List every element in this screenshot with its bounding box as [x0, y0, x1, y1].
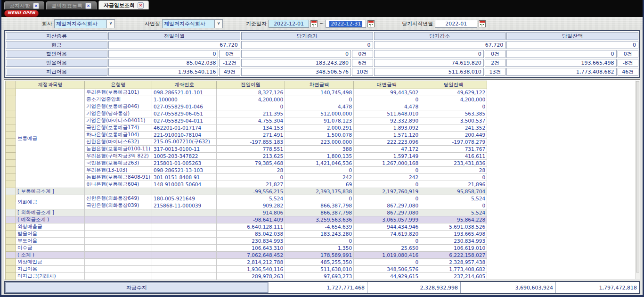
- prev-carryover-cell[interactable]: 211,395: [217, 110, 285, 117]
- date-from-input[interactable]: 2022-12-01: [269, 20, 309, 28]
- credit-amount-cell[interactable]: 1,571,120: [354, 132, 420, 139]
- prev-carryover-cell[interactable]: 28: [217, 167, 285, 174]
- debit-amount-cell[interactable]: 512,000,000: [285, 110, 354, 117]
- prev-carryover-cell[interactable]: -98,641,409: [217, 216, 285, 223]
- row-selector[interactable]: [6, 132, 16, 139]
- debit-amount-cell[interactable]: 388: [285, 146, 354, 153]
- debit-amount-cell[interactable]: 178,589,991: [285, 252, 354, 259]
- debit-amount-cell[interactable]: 0: [285, 96, 354, 103]
- account-number-cell[interactable]: 098-286521-13-103: [152, 167, 217, 174]
- row-selector[interactable]: [6, 96, 16, 103]
- credit-amount-cell[interactable]: 0: [354, 96, 420, 103]
- debit-amount-cell[interactable]: 485,255,350: [285, 259, 354, 266]
- row-selector[interactable]: [6, 103, 16, 110]
- prev-carryover-cell[interactable]: 271,491: [217, 132, 285, 139]
- credit-amount-cell[interactable]: 944,434,946: [354, 223, 420, 231]
- bank-name-cell[interactable]: 하나은행(보통예금604): [85, 181, 152, 188]
- account-number-cell[interactable]: [152, 266, 217, 273]
- credit-amount-cell[interactable]: 0: [354, 238, 420, 245]
- prev-carryover-cell[interactable]: 4,755,304: [217, 117, 285, 124]
- account-name-cell[interactable]: 외화예금: [16, 195, 85, 209]
- credit-amount-cell[interactable]: 4,478: [354, 103, 420, 110]
- debit-amount-cell[interactable]: 183,243,280: [285, 231, 354, 238]
- account-name-cell[interactable]: 외상매입금: [16, 259, 85, 266]
- account-name-cell[interactable]: [ 외화예금소계 ]: [16, 209, 85, 216]
- prev-carryover-cell[interactable]: 6,640,128,111: [217, 223, 285, 231]
- account-name-cell[interactable]: 보통예금: [16, 89, 85, 188]
- prev-carryover-cell[interactable]: 7,062,648,452: [217, 252, 285, 259]
- row-selector[interactable]: [6, 153, 16, 160]
- debit-amount-cell[interactable]: 223,000,000: [285, 139, 354, 146]
- credit-amount-cell[interactable]: 867,297,080: [354, 202, 420, 209]
- bank-name-cell[interactable]: [85, 259, 152, 266]
- prev-carryover-cell[interactable]: 289,978,263: [217, 273, 285, 280]
- row-selector[interactable]: [6, 181, 16, 188]
- bank-name-cell[interactable]: [85, 238, 152, 245]
- debit-amount-cell[interactable]: 242: [285, 174, 354, 181]
- row-selector[interactable]: [6, 252, 16, 259]
- debit-amount-cell[interactable]: 4,478: [285, 103, 354, 110]
- prev-carryover-cell[interactable]: -197,855,183: [217, 139, 285, 146]
- prev-carryover-cell[interactable]: 4,200,000: [217, 96, 285, 103]
- day-balance-cell[interactable]: 241,352: [420, 124, 487, 132]
- prev-carryover-cell[interactable]: 5,524: [217, 195, 285, 202]
- debit-amount-cell[interactable]: 1,800,135: [285, 153, 354, 160]
- prev-carryover-cell[interactable]: 134,153: [217, 124, 285, 132]
- row-selector[interactable]: [6, 259, 16, 266]
- debit-amount-cell[interactable]: 97,693,273: [285, 273, 354, 280]
- prev-carryover-cell[interactable]: 213,625: [217, 153, 285, 160]
- calendar-icon[interactable]: [479, 20, 486, 27]
- account-number-cell[interactable]: 180-005-921649: [152, 195, 217, 202]
- day-balance-cell[interactable]: 95,858,704: [420, 188, 487, 195]
- day-balance-cell[interactable]: 6,222,158,027: [420, 252, 487, 259]
- row-selector[interactable]: [6, 195, 16, 202]
- day-balance-cell[interactable]: 200,449: [420, 132, 487, 139]
- account-number-cell[interactable]: [152, 216, 217, 223]
- account-name-cell[interactable]: 지급어음: [16, 266, 85, 273]
- account-number-cell[interactable]: [152, 188, 217, 195]
- row-selector[interactable]: [6, 266, 16, 273]
- row-selector[interactable]: [6, 174, 16, 181]
- site-select[interactable]: 제일저지주식회사 ∨: [162, 19, 223, 28]
- debit-amount-cell[interactable]: 866,387,798: [285, 209, 354, 216]
- credit-amount-cell[interactable]: 92,332,890: [354, 117, 420, 124]
- account-number-cell[interactable]: 215868-11-000039: [152, 202, 217, 209]
- bank-name-cell[interactable]: 하나은행(보통예금104): [85, 132, 152, 139]
- day-balance-cell[interactable]: -197,078,279: [420, 139, 487, 146]
- account-number-cell[interactable]: 1-100000: [152, 96, 217, 103]
- account-number-cell[interactable]: 027-055829-01-046: [152, 103, 217, 110]
- day-balance-cell[interactable]: 5,524: [420, 209, 487, 216]
- prev-carryover-cell[interactable]: 21,827: [217, 181, 285, 188]
- day-balance-cell[interactable]: 95,864,228: [420, 216, 487, 223]
- credit-amount-cell[interactable]: 242: [354, 174, 420, 181]
- debit-amount-cell[interactable]: 511,638,010: [285, 266, 354, 273]
- credit-amount-cell[interactable]: 511,648,010: [354, 110, 420, 117]
- day-balance-cell[interactable]: 3,500,537: [420, 117, 487, 124]
- day-balance-cell[interactable]: 731,767: [420, 146, 487, 153]
- prev-carryover-cell[interactable]: 0: [217, 103, 285, 110]
- debit-amount-cell[interactable]: 0: [285, 238, 354, 245]
- credit-amount-cell[interactable]: 0: [354, 181, 420, 188]
- day-balance-cell[interactable]: 106,619,010: [420, 245, 487, 252]
- credit-amount-cell[interactable]: 0: [354, 167, 420, 174]
- account-name-cell[interactable]: 외상매출금: [16, 223, 85, 231]
- row-selector[interactable]: [6, 124, 16, 132]
- prev-carryover-cell[interactable]: 1,936,540,116: [217, 266, 285, 273]
- day-balance-cell[interactable]: 233,431,836: [420, 160, 487, 167]
- calendar-icon[interactable]: [367, 20, 375, 27]
- row-selector[interactable]: [6, 146, 16, 153]
- day-balance-cell[interactable]: 5,691,038,526: [420, 223, 487, 231]
- credit-amount-cell[interactable]: 25,650: [354, 245, 420, 252]
- account-number-cell[interactable]: [152, 259, 217, 266]
- account-name-cell[interactable]: [ 보통예금소계 ]: [16, 188, 85, 195]
- bank-name-cell[interactable]: 중소기업중앙회: [85, 96, 152, 103]
- day-balance-cell[interactable]: 563,385: [420, 110, 487, 117]
- day-balance-cell[interactable]: 5,524: [420, 195, 487, 202]
- day-balance-cell[interactable]: 237,214,605: [420, 273, 487, 280]
- prev-carryover-cell[interactable]: 230,834,993: [217, 238, 285, 245]
- account-name-cell[interactable]: ( 예적금소계 ): [16, 216, 85, 223]
- credit-amount-cell[interactable]: 44,929,615: [354, 273, 420, 280]
- bank-name-cell[interactable]: [85, 223, 152, 231]
- day-balance-cell[interactable]: 1,773,408,682: [420, 266, 487, 273]
- account-number-cell[interactable]: 027-055829-04-011: [152, 117, 217, 124]
